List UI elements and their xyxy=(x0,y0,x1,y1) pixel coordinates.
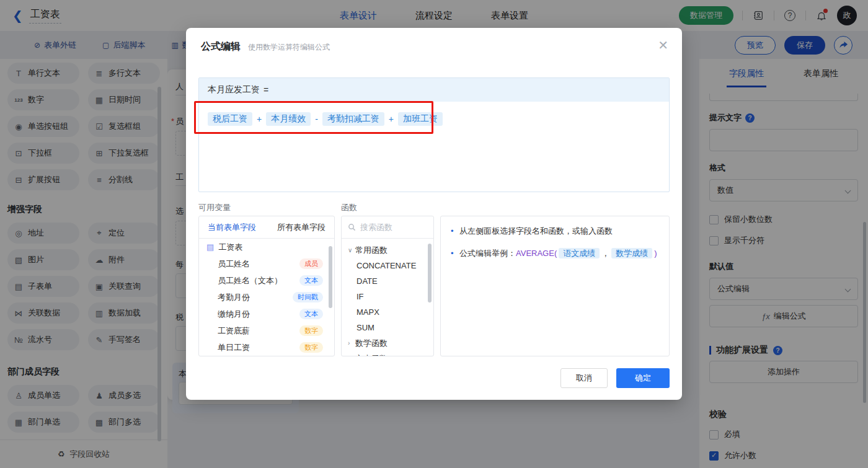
variable-name: 缴纳月份 xyxy=(218,309,250,320)
function-item[interactable]: CONCATENATE xyxy=(342,258,433,273)
formula-field-chip[interactable]: 本月绩效 xyxy=(266,112,311,126)
functions-panel: ∨常用函数 CONCATENATE DATE IF MAPX SUM ›数学函数… xyxy=(341,216,434,356)
tab-current-form-fields[interactable]: 当前表单字段 xyxy=(208,222,256,233)
variable-row[interactable]: 员工姓名（文本）文本 xyxy=(199,272,334,289)
variable-name: 考勤月份 xyxy=(218,292,250,303)
operator: + xyxy=(388,114,394,124)
caret-right-icon: › xyxy=(348,340,355,347)
caret-right-icon: › xyxy=(348,355,355,356)
function-close-paren: ) xyxy=(654,249,657,258)
variable-name: 工资底薪 xyxy=(218,325,250,337)
variable-row[interactable]: 工资底薪数字 xyxy=(199,322,334,339)
variables-root-label: 工资表 xyxy=(218,242,242,253)
function-item[interactable]: DATE xyxy=(342,273,433,289)
variables-root-row[interactable]: ▤ 工资表 xyxy=(199,239,334,255)
help-panel: 从左侧面板选择字段名和函数，或输入函数 公式编辑举例：AVERAGE(语文成绩，… xyxy=(440,216,670,356)
formula-field-chip[interactable]: 考勤扣减工资 xyxy=(322,112,384,126)
type-badge: 时间戳 xyxy=(293,292,323,302)
group-label: 常用函数 xyxy=(355,245,388,256)
function-search[interactable] xyxy=(342,216,433,239)
function-item[interactable]: MAPX xyxy=(342,304,433,320)
confirm-button[interactable]: 确定 xyxy=(616,368,670,388)
formula-target-label: 本月应发工资 xyxy=(208,84,260,95)
type-badge: 数字 xyxy=(299,325,323,336)
variables-panel: 当前表单字段 所有表单字段 ▤ 工资表 员工姓名成员 员工姓名（文本）文本 考勤… xyxy=(198,216,335,356)
search-icon xyxy=(348,223,356,231)
function-group-math[interactable]: ›数学函数 xyxy=(342,335,433,351)
function-item[interactable]: IF xyxy=(342,289,433,304)
operator: - xyxy=(314,114,319,124)
variables-scrollbar[interactable] xyxy=(329,246,332,308)
help-example-prefix: 公式编辑举例： xyxy=(459,249,516,258)
variable-name: 员工姓名（文本） xyxy=(218,275,282,286)
type-badge: 文本 xyxy=(299,309,323,319)
modal-subtitle: 使用数学运算符编辑公式 xyxy=(248,42,330,53)
app-root: ❮ 工资表 表单设计 流程设定 表单设置 数据管理 ? 政 ⊘ xyxy=(0,0,868,468)
formula-target-strip: 本月应发工资 = xyxy=(199,78,669,102)
formula-expression[interactable]: 税后工资 + 本月绩效 - 考勤扣减工资 + 加班工资 xyxy=(199,102,669,136)
variable-row[interactable]: 员工姓名成员 xyxy=(199,255,334,272)
tab-all-form-fields[interactable]: 所有表单字段 xyxy=(277,222,326,233)
help-line-1: 从左侧面板选择字段名和函数，或输入函数 xyxy=(451,225,659,237)
function-name: AVERAGE( xyxy=(516,249,557,258)
modal-title: 公式编辑 xyxy=(201,40,241,53)
variables-section-label: 可用变量 xyxy=(198,202,231,213)
functions-section-label: 函数 xyxy=(341,202,357,213)
formula-editor[interactable]: 本月应发工资 = 税后工资 + 本月绩效 - 考勤扣减工资 + 加班工资 xyxy=(198,77,670,192)
help-line-2: 公式编辑举例：AVERAGE(语文成绩，数学成绩) xyxy=(451,247,659,260)
formula-editor-modal: ✕ 公式编辑 使用数学运算符编辑公式 本月应发工资 = 税后工资 + 本月绩效 … xyxy=(186,28,682,400)
function-group-text[interactable]: ›文本函数 xyxy=(342,351,433,356)
equals-sign: = xyxy=(264,85,268,95)
function-item[interactable]: SUM xyxy=(342,320,433,335)
group-label: 文本函数 xyxy=(355,353,388,357)
form-doc-icon: ▤ xyxy=(206,242,214,252)
group-label: 数学函数 xyxy=(355,338,388,349)
cancel-button[interactable]: 取消 xyxy=(560,368,608,388)
variables-list: ▤ 工资表 员工姓名成员 员工姓名（文本）文本 考勤月份时间戳 缴纳月份文本 工… xyxy=(199,239,334,356)
functions-scrollbar[interactable] xyxy=(428,244,432,302)
formula-field-chip[interactable]: 加班工资 xyxy=(398,112,443,126)
example-field-chip: 数学成绩 xyxy=(611,248,652,258)
variable-row[interactable]: 考勤月份时间戳 xyxy=(199,289,334,306)
type-badge: 数字 xyxy=(299,342,323,353)
type-badge: 成员 xyxy=(299,258,323,269)
variable-name: 单日工资 xyxy=(218,342,250,353)
variable-name: 员工姓名 xyxy=(218,258,250,270)
close-icon[interactable]: ✕ xyxy=(658,38,668,53)
caret-down-icon: ∨ xyxy=(348,247,355,254)
function-search-input[interactable] xyxy=(360,223,422,232)
formula-field-chip[interactable]: 税后工资 xyxy=(208,112,252,126)
variable-row[interactable]: 数字 xyxy=(199,356,334,356)
function-group-common[interactable]: ∨常用函数 xyxy=(342,242,433,258)
type-badge: 文本 xyxy=(299,275,323,286)
variable-row[interactable]: 单日工资数字 xyxy=(199,339,334,356)
variable-row[interactable]: 缴纳月份文本 xyxy=(199,306,334,322)
operator: + xyxy=(256,114,262,124)
comma: ， xyxy=(601,249,609,258)
example-field-chip: 语文成绩 xyxy=(559,248,600,258)
function-tree: ∨常用函数 CONCATENATE DATE IF MAPX SUM ›数学函数… xyxy=(342,239,433,356)
